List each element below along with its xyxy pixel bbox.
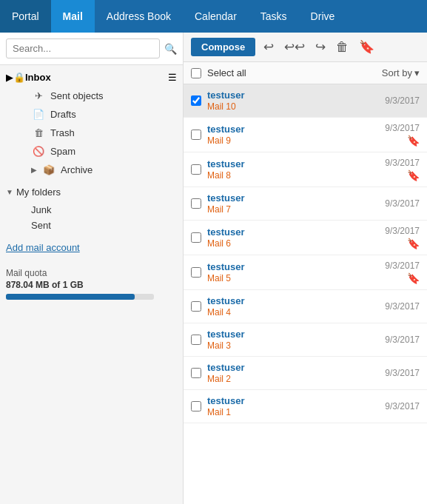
select-all-checkbox[interactable] — [191, 68, 201, 78]
mail-row[interactable]: testuser Mail 6 9/3/2017 🔖 — [184, 221, 427, 255]
compose-button[interactable]: Compose — [191, 38, 255, 56]
mail-info: testuser Mail 8 — [207, 158, 385, 181]
mail-meta: 9/3/2017 — [385, 368, 420, 378]
toolbar: Compose ↩ ↩↩ ↪ 🗑 🔖 — [184, 33, 427, 62]
search-input[interactable] — [6, 38, 160, 58]
mail-date: 9/3/2017 — [385, 158, 420, 168]
forward-icon[interactable]: ↪ — [313, 37, 328, 57]
my-folders-arrow-icon: ▼ — [6, 188, 16, 196]
mail-date: 9/3/2017 — [385, 335, 420, 345]
quota-bar-background — [6, 294, 154, 300]
select-all-label: Select all — [207, 67, 382, 78]
mail-sender: testuser — [207, 329, 385, 340]
sent-objects-label: Sent objects — [50, 90, 177, 101]
mail-sender: testuser — [207, 295, 385, 306]
mail-info: testuser Mail 2 — [207, 362, 385, 384]
sidebar-item-archive[interactable]: ▶ 📦 Archive — [0, 161, 183, 179]
mail-row[interactable]: testuser Mail 7 9/3/2017 — [184, 187, 427, 221]
mail-meta: 9/3/2017 — [385, 301, 420, 312]
mail-checkbox-2[interactable] — [191, 164, 201, 175]
mail-date: 9/3/2017 — [385, 261, 420, 271]
mail-subject: Mail 8 — [207, 170, 385, 181]
my-folders-label: My folders — [16, 187, 61, 198]
folder-sent[interactable]: Sent — [0, 218, 183, 233]
mail-subject: Mail 3 — [207, 340, 385, 351]
flag-icon: 🔖 — [407, 272, 420, 284]
mail-row[interactable]: testuser Mail 4 9/3/2017 — [184, 290, 427, 323]
nav-calendar[interactable]: Calendar — [183, 0, 249, 33]
quota-title: Mail quota — [6, 268, 177, 278]
mail-meta: 9/3/2017 🔖 — [385, 226, 420, 249]
mail-row[interactable]: testuser Mail 9 9/3/2017 🔖 — [184, 118, 427, 152]
quota-section: Mail quota 878.04 MB of 1 GB — [0, 262, 183, 306]
mail-date: 9/3/2017 — [385, 301, 420, 312]
nav-address-book[interactable]: Address Book — [95, 0, 183, 33]
inbox-label: Inbox — [25, 72, 168, 83]
mail-meta: 9/3/2017 — [385, 198, 420, 209]
mail-row[interactable]: testuser Mail 8 9/3/2017 🔖 — [184, 152, 427, 187]
inbox-section: ▶ 🔒 Inbox ☰ ✈ Sent objects 📄 Drafts 🗑 Tr… — [0, 65, 183, 182]
sidebar-item-inbox[interactable]: ▶ 🔒 Inbox ☰ — [0, 68, 183, 87]
quota-value: 878.04 MB of 1 GB — [6, 280, 177, 290]
archive-arrow-icon: ▶ — [31, 166, 41, 174]
nav-tasks[interactable]: Tasks — [249, 0, 299, 33]
top-nav: Portal Mail Address Book Calendar Tasks … — [0, 0, 427, 33]
right-panel: Compose ↩ ↩↩ ↪ 🗑 🔖 Select all Sort by ▾ … — [184, 33, 427, 504]
mail-checkbox-5[interactable] — [191, 267, 201, 278]
add-mail-account[interactable]: Add mail account — [0, 233, 183, 259]
mail-info: testuser Mail 10 — [207, 90, 385, 112]
mail-meta: 9/3/2017 🔖 — [385, 261, 420, 284]
flag-icon: 🔖 — [407, 135, 420, 147]
mail-info: testuser Mail 4 — [207, 295, 385, 317]
mail-checkbox-9[interactable] — [191, 401, 201, 411]
mail-subject: Mail 10 — [207, 101, 385, 112]
bookmark-icon[interactable]: 🔖 — [357, 37, 377, 57]
main-layout: 🔍 ▶ 🔒 Inbox ☰ ✈ Sent objects 📄 Drafts 🗑 … — [0, 33, 427, 504]
search-icon[interactable]: 🔍 — [164, 43, 177, 55]
mail-checkbox-8[interactable] — [191, 368, 201, 378]
mail-date: 9/3/2017 — [385, 226, 420, 236]
delete-icon[interactable]: 🗑 — [334, 38, 351, 57]
sidebar-item-drafts[interactable]: 📄 Drafts — [0, 105, 183, 124]
trash-icon: 🗑 — [31, 127, 46, 138]
sidebar-item-trash[interactable]: 🗑 Trash — [0, 124, 183, 142]
nav-mail[interactable]: Mail — [51, 0, 95, 33]
drafts-icon: 📄 — [31, 109, 46, 120]
my-folders-section[interactable]: ▼ My folders — [0, 182, 183, 202]
nav-drive[interactable]: Drive — [299, 0, 347, 33]
sidebar-item-sent-objects[interactable]: ✈ Sent objects — [0, 87, 183, 105]
sent-icon: ✈ — [31, 90, 46, 101]
mail-subject: Mail 1 — [207, 407, 385, 417]
mail-subject: Mail 7 — [207, 204, 385, 215]
mail-checkbox-6[interactable] — [191, 301, 201, 312]
mail-meta: 9/3/2017 — [385, 335, 420, 345]
sort-by-arrow-icon: ▾ — [414, 67, 420, 78]
mail-row[interactable]: testuser Mail 10 9/3/2017 — [184, 84, 427, 118]
mail-row[interactable]: testuser Mail 1 9/3/2017 — [184, 390, 427, 423]
inbox-menu-icon[interactable]: ☰ — [168, 72, 177, 83]
reply-icon[interactable]: ↩ — [261, 37, 276, 57]
folder-junk[interactable]: Junk — [0, 202, 183, 218]
spam-label: Spam — [50, 146, 177, 157]
mail-date: 9/3/2017 — [385, 401, 420, 411]
mail-checkbox-4[interactable] — [191, 232, 201, 243]
mail-checkbox-7[interactable] — [191, 335, 201, 345]
mail-checkbox-0[interactable] — [191, 95, 201, 106]
mail-sender: testuser — [207, 124, 385, 135]
nav-portal[interactable]: Portal — [0, 0, 51, 33]
quota-bar-fill — [6, 294, 135, 300]
mail-info: testuser Mail 6 — [207, 226, 385, 249]
inbox-arrow-icon: ▶ — [6, 72, 13, 83]
reply-all-icon[interactable]: ↩↩ — [282, 37, 307, 57]
mail-list: testuser Mail 10 9/3/2017 testuser Mail … — [184, 84, 427, 504]
mail-date: 9/3/2017 — [385, 123, 420, 133]
mail-checkbox-1[interactable] — [191, 130, 201, 140]
trash-label: Trash — [50, 127, 177, 138]
mail-row[interactable]: testuser Mail 3 9/3/2017 — [184, 323, 427, 357]
mail-row[interactable]: testuser Mail 2 9/3/2017 — [184, 357, 427, 390]
mail-checkbox-3[interactable] — [191, 198, 201, 209]
sidebar-item-spam[interactable]: 🚫 Spam — [0, 142, 183, 161]
mail-row[interactable]: testuser Mail 5 9/3/2017 🔖 — [184, 255, 427, 290]
mail-subject: Mail 2 — [207, 374, 385, 384]
sort-by-button[interactable]: Sort by ▾ — [382, 67, 420, 78]
